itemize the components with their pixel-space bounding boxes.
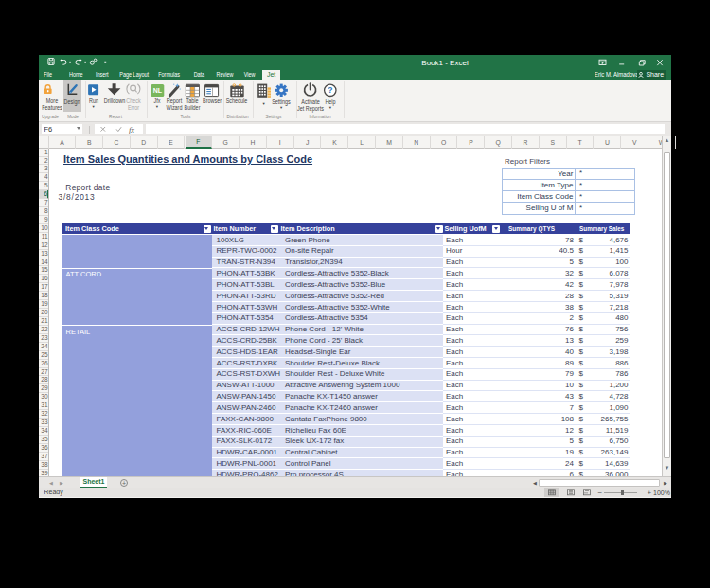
svg-text:fx: fx <box>129 125 134 134</box>
svg-text:NL: NL <box>153 87 163 94</box>
svg-text:?: ? <box>328 85 332 95</box>
